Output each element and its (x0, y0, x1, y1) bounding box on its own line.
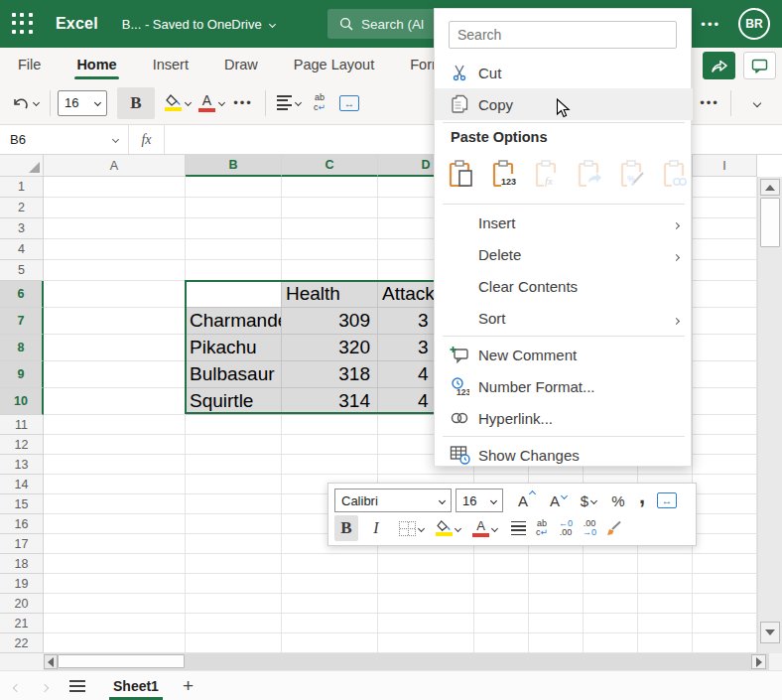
cell-E19[interactable] (474, 574, 529, 594)
cell-B1[interactable] (186, 177, 282, 198)
menu-item-insert[interactable]: Insert (435, 207, 693, 238)
currency-format-button[interactable]: $ (577, 488, 600, 513)
cell-B8[interactable]: Pikachu (186, 335, 282, 361)
mini-wrap-button[interactable]: abc↵ (530, 515, 554, 541)
cell-A8[interactable] (44, 335, 186, 361)
row-header-16[interactable]: 16 (0, 514, 44, 534)
cell-B18[interactable] (186, 554, 282, 574)
cell-C7[interactable]: 309 (282, 308, 378, 335)
cell-A22[interactable] (44, 633, 186, 653)
cell-I13[interactable] (693, 455, 757, 475)
row-header-8[interactable]: 8 (0, 335, 44, 361)
toolbar-overflow-button[interactable]: ••• (695, 87, 724, 119)
cell-I2[interactable] (693, 198, 757, 218)
menu-item-cut[interactable]: Cut (435, 57, 693, 88)
cell-B2[interactable] (186, 198, 282, 218)
collapse-ribbon-button[interactable] (742, 87, 772, 119)
context-menu-search-input[interactable] (449, 21, 677, 49)
menu-item-clear-contents[interactable]: Clear Contents (435, 270, 693, 302)
cell-C19[interactable] (282, 574, 378, 594)
cell-I5[interactable] (693, 260, 757, 281)
cell-C18[interactable] (282, 554, 378, 574)
cell-A2[interactable] (44, 198, 186, 218)
cell-A14[interactable] (44, 475, 186, 494)
menu-item-sort[interactable]: Sort (435, 302, 693, 334)
undo-button[interactable] (8, 87, 43, 119)
row-header-9[interactable]: 9 (0, 361, 44, 388)
mini-font-color-button[interactable]: A (469, 515, 500, 541)
horizontal-scrollbar[interactable] (0, 653, 782, 670)
menu-item-show-changes[interactable]: Show Changes (435, 439, 693, 471)
menu-item-hyperlink[interactable]: Hyperlink... (435, 402, 693, 434)
cell-A3[interactable] (44, 218, 186, 239)
cell-C13[interactable] (282, 455, 378, 475)
cell-I11[interactable] (693, 415, 757, 435)
cell-B22[interactable] (186, 633, 282, 653)
row-header-13[interactable]: 13 (0, 455, 44, 475)
row-header-5[interactable]: 5 (0, 260, 44, 281)
horizontal-scroll-thumb[interactable] (58, 654, 185, 668)
cell-C21[interactable] (282, 614, 378, 633)
cell-I15[interactable] (693, 494, 757, 514)
row-header-3[interactable]: 3 (0, 218, 44, 239)
cell-I7[interactable] (693, 308, 757, 335)
cell-B17[interactable] (186, 534, 282, 554)
cell-B4[interactable] (186, 239, 282, 260)
cell-D20[interactable] (378, 594, 474, 614)
cell-I14[interactable] (693, 475, 757, 494)
cell-B7[interactable]: Charmander (186, 308, 282, 335)
cell-D19[interactable] (378, 574, 474, 594)
cell-I18[interactable] (693, 554, 757, 574)
cell-C2[interactable] (282, 198, 378, 218)
cell-E21[interactable] (474, 614, 529, 633)
row-header-17[interactable]: 17 (0, 534, 44, 554)
name-box[interactable]: B6 (0, 125, 129, 154)
cell-H20[interactable] (638, 594, 693, 614)
avatar[interactable]: BR (738, 8, 770, 40)
cell-D21[interactable] (378, 614, 474, 633)
cell-A20[interactable] (44, 594, 186, 614)
cell-F22[interactable] (529, 633, 584, 653)
percent-format-button[interactable]: % (606, 488, 630, 513)
row-header-1[interactable]: 1 (0, 177, 44, 198)
wrap-text-button[interactable]: abc↵ (305, 87, 334, 119)
column-header-B[interactable]: B (186, 155, 282, 177)
cell-I1[interactable] (693, 177, 757, 198)
fill-color-button[interactable] (161, 87, 195, 119)
cell-C22[interactable] (282, 633, 378, 653)
cell-B16[interactable] (186, 514, 282, 534)
cell-A13[interactable] (44, 455, 186, 475)
cell-A16[interactable] (44, 514, 186, 534)
cell-A4[interactable] (44, 239, 186, 260)
cell-B9[interactable]: Bulbasaur (186, 361, 282, 388)
row-header-21[interactable]: 21 (0, 614, 44, 633)
grow-font-button[interactable]: A (511, 488, 535, 513)
scroll-right-button[interactable] (751, 654, 766, 669)
cell-A17[interactable] (44, 534, 186, 554)
cell-I19[interactable] (693, 574, 757, 594)
mini-bold-button[interactable]: B (334, 515, 358, 541)
row-header-4[interactable]: 4 (0, 239, 44, 260)
row-header-14[interactable]: 14 (0, 475, 44, 494)
cell-F19[interactable] (529, 574, 584, 594)
increase-decimal-button[interactable]: .00→0 (578, 515, 601, 541)
cell-I9[interactable] (693, 361, 757, 388)
row-header-12[interactable]: 12 (0, 435, 44, 455)
row-header-19[interactable]: 19 (0, 574, 44, 594)
cell-C20[interactable] (282, 594, 378, 614)
row-header-6[interactable]: 6 (0, 281, 44, 308)
mini-font-name-combo[interactable]: Calibri (334, 489, 452, 512)
cell-B6[interactable] (186, 281, 282, 308)
cell-E18[interactable] (474, 554, 529, 574)
cell-I3[interactable] (693, 218, 757, 239)
vertical-scrollbar[interactable] (757, 177, 782, 653)
cell-C4[interactable] (282, 239, 378, 260)
cell-G21[interactable] (584, 614, 638, 633)
cell-A9[interactable] (44, 361, 186, 388)
cell-F18[interactable] (529, 554, 584, 574)
row-header-15[interactable]: 15 (0, 494, 44, 514)
cell-A15[interactable] (44, 494, 186, 514)
cell-C11[interactable] (282, 415, 378, 435)
ribbon-tab-insert[interactable]: Insert (149, 48, 193, 81)
align-button[interactable] (273, 87, 305, 119)
